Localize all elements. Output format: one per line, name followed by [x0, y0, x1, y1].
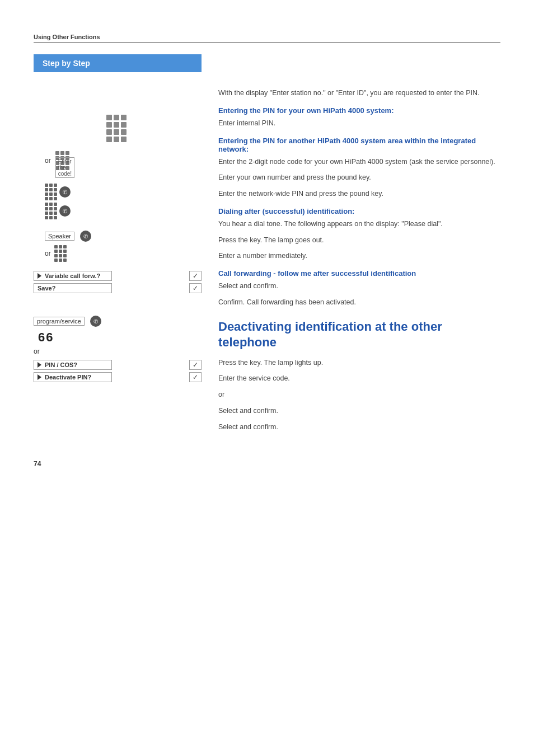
heading-pin-other: Entering the PIN for another HiPath 4000… — [218, 137, 500, 153]
keypad-circle-row-2: ✆ — [45, 203, 202, 219]
menu-item-variable-call-forw: Variable call forw.? ✓ — [34, 271, 202, 281]
speaker-inner: Speaker ✆ — [45, 231, 202, 242]
pin-other-item-2: Enter your own number and press the poun… — [218, 172, 500, 183]
phone-symbol-2: ✆ — [63, 208, 67, 214]
section-call-forwarding: Call forwarding - follow me after succes… — [218, 269, 500, 308]
or-label-1: or — [45, 157, 51, 165]
section-pin-own: Entering the PIN for your own HiPath 400… — [218, 106, 500, 129]
speaker-circle-icon: ✆ — [80, 231, 91, 242]
page-number: 74 — [34, 460, 500, 468]
enter-code-keypad-section: Enter the code! — [55, 151, 69, 170]
or-enter-code-row: or — [45, 151, 202, 170]
step-by-step-box: Step by Step — [34, 54, 202, 72]
heading-call-forwarding: Call forwarding - follow me after succes… — [218, 269, 500, 278]
heading-pin-own: Entering the PIN for your own HiPath 400… — [218, 106, 500, 115]
pin-cos-label: PIN / COS? — [45, 361, 77, 368]
left-column: Step by Step or — [34, 54, 213, 438]
circle-phone-icon-2: ✆ — [59, 205, 71, 217]
dialing-item-3: Enter a number immediately. — [218, 251, 500, 261]
code-66-row: 66 — [38, 330, 202, 345]
menu-item-deactivate-pin: Deactivate PIN? ✓ — [34, 372, 202, 382]
program-service-phone: ✆ — [93, 318, 98, 325]
menu-arrow-pin-icon — [38, 362, 41, 368]
pin-other-item-1: Enter the 2-digit node code for your own… — [218, 157, 500, 167]
deactivate-pin-label: Deactivate PIN? — [45, 374, 91, 381]
variable-call-forw-label-box: Variable call forw.? — [34, 271, 112, 281]
program-service-row: program/service ✆ — [34, 316, 202, 327]
section-header: Using Other Functions — [34, 34, 500, 43]
keypad-circle-row-1: ✆ — [45, 184, 202, 200]
enter-code-label: Enter the code! — [55, 157, 74, 178]
right-column: With the display "Enter station no." or … — [213, 54, 500, 438]
section-dialing: Dialing after (successful) identificatio… — [218, 207, 500, 261]
or-label-3-row: or — [34, 347, 202, 355]
pin-cos-label-box: PIN / COS? — [34, 360, 112, 370]
small-keypad-3 — [54, 245, 67, 262]
deactivating-heading: Deactivating identification at the other… — [218, 319, 500, 351]
deactivate-item-2: Enter the service code. — [218, 373, 500, 384]
deactivate-pin-label-box: Deactivate PIN? — [34, 372, 112, 382]
call-forwarding-item-1: Select and confirm. — [218, 281, 500, 292]
deactivate-section-item-1: Select and confirm. — [218, 406, 500, 416]
checkmark-save: ✓ — [189, 283, 202, 293]
or-label-2: or — [45, 250, 51, 257]
program-service-section: program/service ✆ 66 or — [34, 316, 202, 355]
code-66-label: 66 — [38, 330, 54, 344]
menu-arrow-icon — [38, 273, 41, 279]
phone-symbol-1: ✆ — [63, 189, 67, 195]
keypad-circle-rows: ✆ ✆ — [45, 184, 202, 219]
small-keypad-1 — [45, 184, 57, 200]
checkmark-deactivate-pin: ✓ — [189, 372, 202, 382]
or-keypad-row: or — [45, 245, 202, 262]
speaker-phone-symbol: ✆ — [83, 233, 88, 240]
heading-dialing: Dialing after (successful) identificatio… — [218, 207, 500, 215]
circle-phone-icon-1: ✆ — [59, 186, 71, 198]
small-keypad-2 — [45, 203, 57, 219]
keypad-top-section — [34, 115, 202, 142]
content-area: Step by Step or — [34, 54, 500, 438]
program-service-circle: ✆ — [90, 316, 101, 327]
intro-text: With the display "Enter station no." or … — [218, 88, 500, 98]
menu-item-save: Save? ✓ — [34, 283, 202, 293]
page: Using Other Functions Step by Step — [0, 0, 534, 490]
save-label: Save? — [38, 285, 55, 292]
large-keypad-icon — [106, 115, 202, 142]
deactivate-item-1: Press the key. The lamp lights up. — [218, 358, 500, 368]
deactivate-or-label: or — [218, 389, 500, 400]
variable-call-forw-row: Variable call forw.? ✓ Save? ✓ — [34, 271, 202, 293]
call-forwarding-item-2: Confirm. Call forwarding has been activa… — [218, 297, 500, 308]
dialing-item-1: You hear a dial tone. The following appe… — [218, 219, 500, 229]
checkmark-pin-cos: ✓ — [189, 360, 202, 370]
speaker-row: Speaker ✆ or — [45, 231, 202, 262]
section-pin-other: Entering the PIN for another HiPath 4000… — [218, 137, 500, 199]
pin-other-item-3: Enter the network-wide PIN and press the… — [218, 189, 500, 199]
pin-cos-section: PIN / COS? ✓ Deactivate PIN? ✓ — [34, 360, 202, 382]
save-label-box: Save? — [34, 283, 112, 293]
or-label-3: or — [34, 348, 40, 355]
dialing-item-2: Press the key. The lamp goes out. — [218, 235, 500, 246]
deactivate-section-item-2: Select and confirm. — [218, 422, 500, 433]
menu-arrow-deactivate-icon — [38, 374, 41, 380]
speaker-label: Speaker — [45, 232, 74, 241]
program-service-label: program/service — [34, 317, 85, 326]
checkmark-variable: ✓ — [189, 271, 202, 281]
pin-own-item-1: Enter internal PIN. — [218, 118, 500, 129]
menu-item-pin-cos: PIN / COS? ✓ — [34, 360, 202, 370]
variable-call-forw-label: Variable call forw.? — [45, 273, 100, 279]
